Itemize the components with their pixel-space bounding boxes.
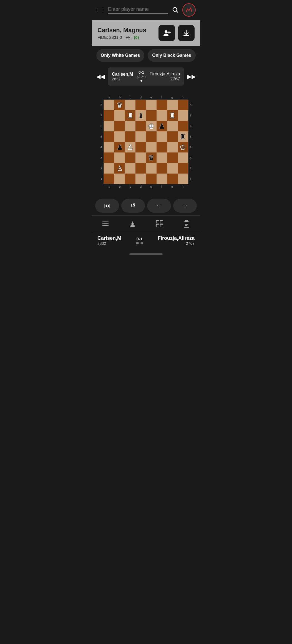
- board-cell[interactable]: [104, 110, 114, 121]
- search-button[interactable]: [171, 5, 180, 15]
- board-cell[interactable]: ♚: [146, 121, 157, 131]
- black-games-button[interactable]: Only Black Games: [148, 49, 196, 62]
- board-cell[interactable]: [135, 142, 146, 152]
- dropdown-arrow-icon: ▼: [140, 79, 143, 83]
- board-cell[interactable]: [167, 174, 178, 184]
- nav-list-item[interactable]: [98, 218, 113, 229]
- board-cell[interactable]: [146, 110, 157, 121]
- board-cell[interactable]: [146, 131, 157, 142]
- board-cell[interactable]: ♔: [178, 142, 188, 152]
- board-cell[interactable]: [114, 152, 125, 163]
- board-cell[interactable]: [157, 163, 167, 174]
- nav-grid-item[interactable]: [152, 218, 167, 229]
- board-cell[interactable]: [125, 131, 135, 142]
- board-cell[interactable]: [135, 152, 146, 163]
- bottom-black-rating: 2767: [186, 241, 195, 246]
- board-container: a b c d e f g h 8 7 6 5 4 3 2 1 ♛♜♝♜♚♟♜♟…: [92, 88, 200, 196]
- board-cell[interactable]: ♜: [167, 110, 178, 121]
- board-cell[interactable]: [125, 100, 135, 110]
- board-cell[interactable]: [104, 142, 114, 152]
- board-cell[interactable]: [178, 121, 188, 131]
- board-cell[interactable]: ♛: [146, 152, 157, 163]
- board-cell[interactable]: ♜: [178, 131, 188, 142]
- board-cell[interactable]: [125, 163, 135, 174]
- board-cell[interactable]: [167, 121, 178, 131]
- board-cell[interactable]: [178, 100, 188, 110]
- white-♜-piece: ♜: [169, 112, 175, 119]
- board-cell[interactable]: [167, 152, 178, 163]
- board-cell[interactable]: [146, 163, 157, 174]
- game-info: Carlsen,M 2832 0-1 (2024) ▼ Firouzja,Ali…: [108, 67, 184, 86]
- board-cell[interactable]: [146, 100, 157, 110]
- board-cell[interactable]: [114, 110, 125, 121]
- next-game-button[interactable]: ▶▶: [185, 71, 198, 82]
- board-cell[interactable]: ♛: [114, 100, 125, 110]
- board-cell[interactable]: [114, 121, 125, 131]
- bottom-game-score: 0-1 (null): [136, 236, 143, 245]
- board-cell[interactable]: [146, 174, 157, 184]
- board-cell[interactable]: [178, 163, 188, 174]
- board-cell[interactable]: [157, 131, 167, 142]
- board-cell[interactable]: [167, 142, 178, 152]
- game-score-block[interactable]: 0-1 (2024) ▼: [137, 70, 146, 83]
- back-button[interactable]: ←: [147, 199, 171, 213]
- board-cell[interactable]: ♝: [135, 110, 146, 121]
- board-cell[interactable]: [104, 163, 114, 174]
- board-cell[interactable]: [167, 131, 178, 142]
- nav-chess-item[interactable]: ♟: [125, 218, 140, 229]
- board-cell[interactable]: [104, 121, 114, 131]
- board-cell[interactable]: [157, 142, 167, 152]
- board-cell[interactable]: [167, 100, 178, 110]
- search-input[interactable]: [108, 6, 168, 12]
- board-cell[interactable]: ♟: [157, 121, 167, 131]
- board-cell[interactable]: [157, 100, 167, 110]
- board-cell[interactable]: [178, 110, 188, 121]
- board-cell[interactable]: [125, 152, 135, 163]
- board-cell[interactable]: [114, 174, 125, 184]
- board-cell[interactable]: [135, 121, 146, 131]
- black-♜-piece: ♜: [180, 133, 186, 140]
- board-cell[interactable]: [178, 152, 188, 163]
- white-♙-piece: ♙: [127, 144, 134, 151]
- board-cell[interactable]: ♙: [125, 142, 135, 152]
- home-indicator: [92, 251, 200, 258]
- svg-rect-18: [185, 220, 188, 222]
- white-games-button[interactable]: Only White Games: [96, 49, 144, 62]
- board-cell[interactable]: ♙: [114, 163, 125, 174]
- svg-line-1: [177, 11, 178, 12]
- board-cell[interactable]: [135, 100, 146, 110]
- board-cell[interactable]: [114, 131, 125, 142]
- board-cell[interactable]: [125, 174, 135, 184]
- board-cell[interactable]: [135, 131, 146, 142]
- board-cell[interactable]: [135, 163, 146, 174]
- board-cell[interactable]: [157, 174, 167, 184]
- nav-clipboard-item[interactable]: [179, 218, 194, 229]
- download-button[interactable]: [178, 25, 195, 41]
- board-cell[interactable]: [104, 152, 114, 163]
- add-player-button[interactable]: [158, 25, 175, 41]
- board-cell[interactable]: [167, 163, 178, 174]
- board-cell[interactable]: [157, 152, 167, 163]
- board-cell[interactable]: [104, 100, 114, 110]
- board-cell[interactable]: [104, 131, 114, 142]
- rewind-button[interactable]: ⏮: [95, 199, 119, 213]
- black-♟-piece: ♟: [158, 123, 165, 130]
- player-actions: [158, 25, 195, 41]
- board-cell[interactable]: [104, 174, 114, 184]
- chess-board[interactable]: ♛♜♝♜♚♟♜♟♙♔♛♙: [104, 100, 188, 184]
- board-cell[interactable]: [125, 121, 135, 131]
- forward-button[interactable]: →: [173, 199, 197, 213]
- board-cell[interactable]: ♜: [125, 110, 135, 121]
- white-♚-piece: ♚: [148, 123, 154, 130]
- refresh-button[interactable]: ↺: [121, 199, 145, 213]
- board-cell[interactable]: [146, 142, 157, 152]
- user-avatar[interactable]: [182, 3, 196, 17]
- board-cell[interactable]: [135, 174, 146, 184]
- board-cell[interactable]: [178, 174, 188, 184]
- board-cell[interactable]: [157, 110, 167, 121]
- board-cell[interactable]: ♟: [114, 142, 125, 152]
- menu-button[interactable]: [96, 7, 105, 13]
- bottom-black-name: Firouzja,Alireza: [158, 235, 195, 241]
- bottom-score-note: (null): [136, 241, 143, 245]
- prev-game-button[interactable]: ◀◀: [94, 71, 107, 82]
